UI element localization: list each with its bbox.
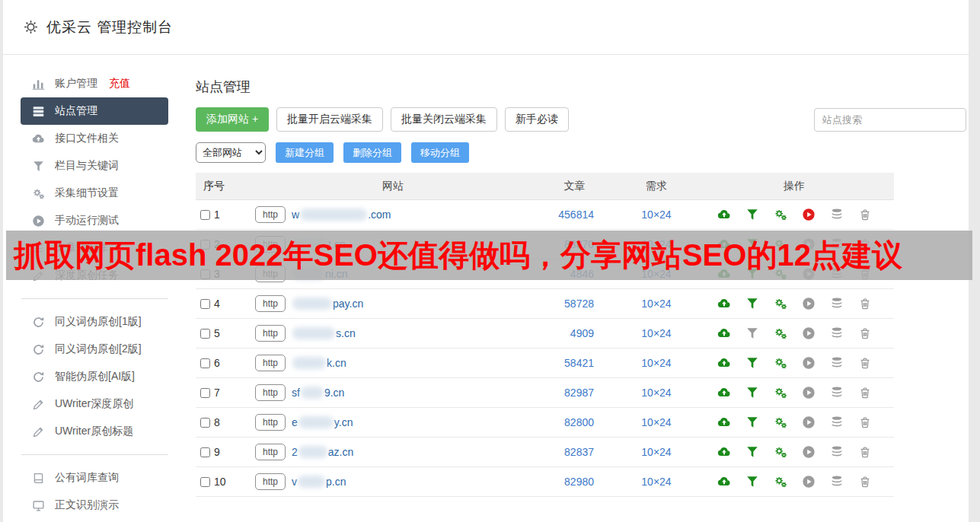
- cloud-collect-icon[interactable]: [717, 326, 731, 340]
- move-group-button[interactable]: 移动分组: [411, 142, 469, 163]
- delete-trash-icon[interactable]: [858, 415, 872, 429]
- protocol-badge[interactable]: http: [255, 473, 286, 490]
- storage-database-icon[interactable]: [830, 415, 844, 429]
- cloud-collect-icon[interactable]: [717, 356, 731, 370]
- protocol-badge[interactable]: http: [255, 355, 286, 371]
- run-play-icon[interactable]: [802, 386, 816, 399]
- group-filter-select[interactable]: 全部网站: [196, 142, 266, 163]
- sidebar-item-book[interactable]: 公有词库查询: [21, 464, 168, 492]
- article-count[interactable]: 82987: [531, 387, 618, 399]
- sidebar-item-pencil[interactable]: UWriter原创标题: [21, 418, 168, 445]
- batch-open-button[interactable]: 批量开启云端采集: [276, 107, 383, 132]
- site-search-input[interactable]: [814, 108, 966, 132]
- run-play-icon[interactable]: [802, 297, 816, 310]
- run-play-icon[interactable]: [802, 208, 816, 221]
- storage-database-icon[interactable]: [830, 326, 844, 340]
- sidebar-item-monitor[interactable]: 正文识别演示: [21, 492, 168, 519]
- sidebar-item-cloud-upload[interactable]: 接口文件相关: [21, 125, 168, 152]
- site-link[interactable]: e y.cn: [292, 416, 353, 428]
- sidebar-item-funnel[interactable]: 栏目与关键词: [21, 152, 168, 180]
- run-play-icon[interactable]: [802, 356, 816, 370]
- protocol-badge[interactable]: http: [255, 444, 286, 460]
- protocol-badge[interactable]: http: [255, 295, 286, 312]
- run-play-icon[interactable]: [802, 475, 816, 489]
- row-checkbox[interactable]: [200, 329, 210, 339]
- delete-trash-icon[interactable]: [858, 445, 872, 459]
- filter-icon[interactable]: [745, 297, 759, 310]
- delete-trash-icon[interactable]: [858, 356, 872, 370]
- storage-database-icon[interactable]: [830, 386, 844, 399]
- new-group-button[interactable]: 新建分组: [276, 142, 334, 163]
- settings-gears-icon[interactable]: [774, 326, 787, 340]
- filter-icon[interactable]: [745, 356, 759, 370]
- storage-database-icon[interactable]: [830, 475, 844, 489]
- delete-trash-icon[interactable]: [858, 475, 872, 489]
- protocol-badge[interactable]: http: [255, 384, 286, 401]
- site-link[interactable]: pay.cn: [292, 298, 363, 310]
- site-link[interactable]: k.cn: [292, 357, 346, 369]
- sidebar-item-refresh[interactable]: 同义词伪原创[2版]: [21, 336, 168, 363]
- storage-database-icon[interactable]: [830, 445, 844, 459]
- site-link[interactable]: s.cn: [292, 327, 356, 339]
- filter-icon[interactable]: [745, 208, 759, 221]
- row-checkbox[interactable]: [200, 418, 210, 428]
- cloud-collect-icon[interactable]: [717, 445, 731, 459]
- sidebar-item-gears[interactable]: 采集细节设置: [21, 180, 168, 207]
- site-link[interactable]: sf 9.cn: [292, 387, 344, 399]
- sidebar-item-refresh[interactable]: 同义词伪原创[1版]: [21, 308, 168, 336]
- storage-database-icon[interactable]: [830, 208, 844, 221]
- row-checkbox[interactable]: [200, 358, 210, 368]
- sidebar-item-pencil[interactable]: UWriter深度原创: [21, 390, 168, 418]
- row-checkbox[interactable]: [200, 388, 210, 398]
- filter-icon[interactable]: [745, 326, 759, 340]
- filter-icon[interactable]: [745, 445, 759, 459]
- storage-database-icon[interactable]: [830, 356, 844, 370]
- article-count[interactable]: 82980: [531, 476, 618, 488]
- protocol-badge[interactable]: http: [255, 414, 286, 431]
- delete-trash-icon[interactable]: [858, 208, 872, 221]
- article-count[interactable]: 58728: [531, 298, 618, 310]
- protocol-badge[interactable]: http: [255, 206, 286, 223]
- beginner-guide-button[interactable]: 新手必读: [505, 107, 569, 132]
- site-link[interactable]: v p.cn: [292, 476, 346, 488]
- row-checkbox[interactable]: [200, 477, 210, 487]
- delete-group-button[interactable]: 删除分组: [343, 142, 401, 163]
- add-site-button[interactable]: 添加网站 +: [196, 107, 269, 132]
- site-link[interactable]: 2 az.cn: [292, 446, 353, 458]
- article-count[interactable]: 456814: [531, 208, 618, 221]
- run-play-icon[interactable]: [802, 415, 816, 429]
- run-play-icon[interactable]: [802, 326, 816, 340]
- settings-gears-icon[interactable]: [774, 386, 787, 399]
- run-play-icon[interactable]: [802, 445, 816, 459]
- row-checkbox[interactable]: [200, 210, 210, 220]
- cloud-collect-icon[interactable]: [717, 297, 731, 310]
- delete-trash-icon[interactable]: [858, 386, 872, 399]
- settings-gears-icon[interactable]: [774, 356, 787, 370]
- delete-trash-icon[interactable]: [858, 297, 872, 310]
- article-count[interactable]: 82800: [531, 416, 618, 428]
- storage-database-icon[interactable]: [830, 297, 844, 310]
- delete-trash-icon[interactable]: [858, 326, 872, 340]
- settings-gears-icon[interactable]: [774, 475, 787, 489]
- settings-gears-icon[interactable]: [774, 297, 787, 310]
- row-checkbox[interactable]: [200, 447, 210, 457]
- article-count[interactable]: 58421: [531, 357, 618, 369]
- batch-close-button[interactable]: 批量关闭云端采集: [391, 107, 497, 132]
- settings-gears-icon[interactable]: [774, 208, 787, 221]
- article-count[interactable]: 82837: [531, 446, 618, 458]
- article-count[interactable]: 4909: [531, 327, 618, 339]
- row-checkbox[interactable]: [200, 299, 210, 309]
- settings-gears-icon[interactable]: [774, 445, 787, 459]
- cloud-collect-icon[interactable]: [717, 208, 731, 221]
- sidebar-item-bar-chart[interactable]: 账户管理 充值: [21, 70, 168, 97]
- sidebar-item-refresh[interactable]: 智能伪原创[AI版]: [21, 363, 168, 390]
- filter-icon[interactable]: [745, 386, 759, 399]
- sidebar-item-server[interactable]: 站点管理: [21, 97, 168, 125]
- cloud-collect-icon[interactable]: [717, 415, 731, 429]
- filter-icon[interactable]: [745, 415, 759, 429]
- cloud-collect-icon[interactable]: [717, 386, 731, 399]
- protocol-badge[interactable]: http: [255, 325, 286, 342]
- filter-icon[interactable]: [745, 475, 759, 489]
- settings-gears-icon[interactable]: [774, 415, 787, 429]
- site-link[interactable]: w .com: [292, 208, 391, 221]
